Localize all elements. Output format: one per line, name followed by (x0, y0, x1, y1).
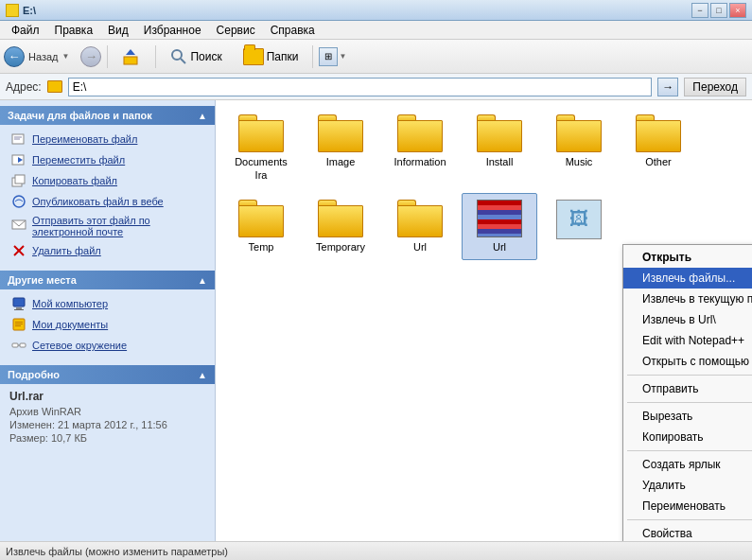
folder-temporary[interactable]: Temporary (303, 193, 378, 260)
folder-icon-information (397, 114, 443, 152)
folder-label-documents-ira: Documents Ira (228, 155, 294, 183)
folder-temp[interactable]: Temp (223, 193, 299, 260)
sidebar-network[interactable]: Сетевое окружение (0, 335, 215, 356)
rename-icon (11, 131, 26, 147)
address-go-button[interactable]: Переход (684, 78, 746, 96)
status-bar: Извлечь файлы (можно изменить параметры) (0, 541, 752, 560)
folder-label-url: Url (413, 240, 427, 254)
ctx-send-to[interactable]: Отправить (623, 378, 752, 399)
detail-type: Архив WinRAR (9, 406, 205, 417)
view-buttons: ⊞ ▼ (319, 47, 346, 66)
close-button[interactable]: × (729, 3, 746, 18)
folder-icon-url (397, 200, 443, 237)
folder-url[interactable]: Url (382, 193, 458, 260)
address-folder-icon (47, 80, 62, 93)
folder-other[interactable]: Other (621, 108, 696, 189)
forward-button[interactable]: → (80, 46, 101, 67)
computer-icon (11, 296, 26, 311)
ctx-extract-url[interactable]: Извлечь в Url\ (623, 309, 752, 330)
maximize-button[interactable]: □ (710, 3, 727, 18)
address-input[interactable] (68, 78, 653, 96)
ctx-open-with[interactable]: Открыть с помощью (623, 351, 752, 372)
svg-rect-23 (20, 343, 26, 347)
file-image[interactable]: 🖼 (541, 193, 617, 260)
file-url-rar[interactable]: Url (462, 193, 537, 260)
menu-tools[interactable]: Сервис (209, 22, 263, 39)
view-large-icons[interactable]: ⊞ (319, 47, 338, 66)
address-go-arrow[interactable]: → (657, 78, 678, 96)
email-icon (11, 217, 26, 232)
folder-label-install: Install (486, 155, 514, 168)
ctx-extract-files[interactable]: Извлечь файлы... (623, 268, 752, 289)
svg-rect-0 (124, 57, 137, 64)
ctx-cut[interactable]: Вырезать (623, 406, 752, 427)
sidebar-my-computer[interactable]: Мой компьютер (0, 293, 215, 314)
folders-grid: Documents Ira Image Information (223, 108, 744, 260)
search-button[interactable]: Поиск (162, 44, 230, 69)
places-content: Мой компьютер Мои документы Сетевое окру… (0, 289, 215, 359)
ctx-delete[interactable]: Удалить (623, 475, 752, 496)
sidebar-my-documents[interactable]: Мои документы (0, 314, 215, 335)
folder-icon-other (636, 114, 681, 152)
sidebar-copy-file[interactable]: Копировать файл (0, 170, 215, 191)
minimize-button[interactable]: − (691, 3, 708, 18)
tasks-header[interactable]: Задачи для файлов и папок ▲ (0, 106, 215, 125)
sidebar-email-file[interactable]: Отправить этот файл по электронной почте (0, 212, 215, 240)
folder-label-image: Image (326, 155, 356, 168)
up-icon (122, 47, 141, 66)
folders-button[interactable]: Папки (235, 44, 307, 69)
menu-edit[interactable]: Правка (47, 22, 101, 39)
detail-size: Размер: 10,7 КБ (9, 432, 205, 444)
folder-label-other: Other (645, 155, 672, 168)
toolbar: ← Назад ▼ → Поиск Папки ⊞ ▼ (0, 40, 752, 74)
window-title: E:\ (23, 5, 36, 16)
ctx-copy[interactable]: Копировать (623, 427, 752, 447)
back-button[interactable]: ← (4, 46, 25, 67)
svg-rect-21 (15, 325, 21, 326)
view-dropdown-arrow[interactable]: ▼ (339, 52, 346, 61)
svg-rect-20 (15, 324, 23, 324)
go-arrow-icon: → (662, 80, 673, 94)
status-text: Извлечь файлы (можно изменить параметры) (6, 546, 228, 557)
sidebar-rename-file[interactable]: Переименовать файл (0, 129, 215, 149)
ctx-sep-2 (627, 402, 752, 403)
ctx-sep-4 (627, 519, 752, 520)
sidebar-publish-file[interactable]: Опубликовать файл в вебе (0, 191, 215, 212)
folder-label-temp: Temp (249, 240, 274, 254)
toolbar-separator-3 (312, 45, 313, 68)
ctx-extract-current[interactable]: Извлечь в текущую папку (623, 289, 752, 309)
menu-favorites[interactable]: Избранное (136, 22, 209, 39)
folder-image[interactable]: Image (303, 108, 378, 189)
folder-icon-temp (238, 200, 284, 237)
sidebar: Задачи для файлов и папок ▲ Переименоват… (0, 100, 216, 541)
context-menu: Открыть Извлечь файлы... Извлечь в текущ… (622, 244, 752, 541)
file-area[interactable]: Documents Ira Image Information (216, 100, 752, 541)
sidebar-delete-file[interactable]: Удалить файл (0, 240, 215, 261)
svg-line-3 (181, 59, 185, 63)
menu-help[interactable]: Справка (263, 22, 323, 39)
folder-documents-ira[interactable]: Documents Ira (223, 108, 299, 189)
details-chevron: ▲ (198, 370, 207, 380)
menu-file[interactable]: Файл (4, 22, 47, 39)
ctx-create-shortcut[interactable]: Создать ярлык (623, 454, 752, 475)
details-header[interactable]: Подробно ▲ (0, 365, 215, 384)
toolbar-separator-1 (107, 45, 108, 68)
ctx-open[interactable]: Открыть (623, 247, 752, 268)
places-header[interactable]: Другие места ▲ (0, 271, 215, 289)
svg-point-2 (172, 50, 182, 60)
ctx-properties[interactable]: Свойства (623, 523, 752, 541)
up-button[interactable] (114, 44, 149, 70)
folder-install[interactable]: Install (462, 108, 537, 189)
menu-view[interactable]: Вид (100, 22, 136, 39)
folder-icon-image (318, 114, 363, 152)
documents-icon (11, 317, 26, 332)
svg-rect-10 (15, 175, 25, 184)
folder-information[interactable]: Information (382, 108, 458, 189)
folders-label: Папки (267, 50, 299, 63)
back-dropdown-arrow[interactable]: ▼ (62, 52, 70, 61)
ctx-edit-notepad[interactable]: Edit with Notepad++ (623, 330, 752, 351)
folder-music[interactable]: Music (541, 108, 617, 189)
sidebar-move-file[interactable]: Переместить файл (0, 149, 215, 170)
title-bar: E:\ − □ × (0, 0, 752, 21)
ctx-rename[interactable]: Переименовать (623, 496, 752, 516)
